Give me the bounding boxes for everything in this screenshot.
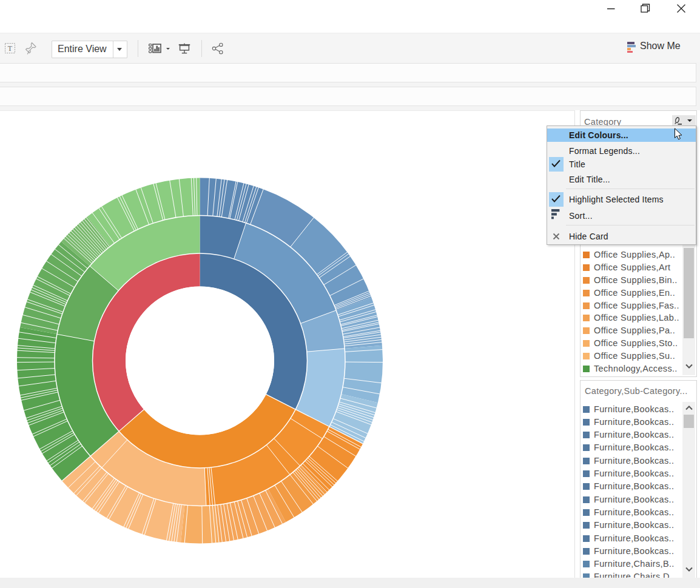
- svg-text:T: T: [8, 44, 13, 53]
